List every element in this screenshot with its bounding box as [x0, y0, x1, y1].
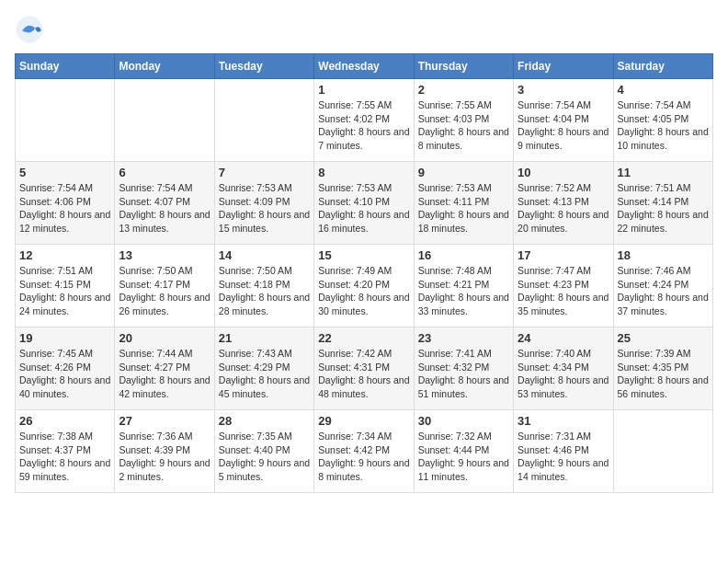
calendar-cell: 1Sunrise: 7:55 AM Sunset: 4:02 PM Daylig… — [314, 79, 414, 162]
day-info: Sunrise: 7:51 AM Sunset: 4:14 PM Dayligh… — [618, 181, 709, 236]
day-number: 12 — [19, 248, 110, 262]
day-number: 28 — [219, 414, 310, 428]
day-number: 11 — [618, 166, 709, 179]
calendar-table: SundayMondayTuesdayWednesdayThursdayFrid… — [15, 53, 713, 493]
day-info: Sunrise: 7:51 AM Sunset: 4:15 PM Dayligh… — [19, 264, 110, 318]
day-number: 26 — [19, 414, 110, 428]
calendar-cell: 24Sunrise: 7:40 AM Sunset: 4:34 PM Dayli… — [514, 327, 613, 410]
day-info: Sunrise: 7:44 AM Sunset: 4:27 PM Dayligh… — [119, 347, 210, 401]
day-number: 27 — [119, 414, 210, 428]
day-info: Sunrise: 7:50 AM Sunset: 4:18 PM Dayligh… — [219, 264, 310, 318]
day-info: Sunrise: 7:55 AM Sunset: 4:02 PM Dayligh… — [318, 98, 409, 153]
day-info: Sunrise: 7:32 AM Sunset: 4:44 PM Dayligh… — [418, 430, 509, 484]
day-number: 17 — [518, 248, 609, 262]
day-info: Sunrise: 7:31 AM Sunset: 4:46 PM Dayligh… — [518, 430, 609, 484]
day-number: 30 — [418, 414, 509, 428]
day-info: Sunrise: 7:54 AM Sunset: 4:07 PM Dayligh… — [119, 181, 210, 236]
calendar-cell: 30Sunrise: 7:32 AM Sunset: 4:44 PM Dayli… — [414, 410, 513, 493]
logo — [15, 15, 48, 44]
day-number: 21 — [219, 331, 310, 345]
day-number: 15 — [318, 248, 409, 262]
weekday-header-sunday: Sunday — [16, 54, 115, 79]
day-number: 10 — [518, 166, 609, 179]
day-number: 22 — [318, 331, 409, 345]
calendar-cell: 14Sunrise: 7:50 AM Sunset: 4:18 PM Dayli… — [214, 245, 313, 327]
day-number: 3 — [518, 83, 609, 97]
day-info: Sunrise: 7:54 AM Sunset: 4:05 PM Dayligh… — [618, 98, 709, 153]
calendar-cell: 18Sunrise: 7:46 AM Sunset: 4:24 PM Dayli… — [613, 245, 712, 327]
calendar-cell: 16Sunrise: 7:48 AM Sunset: 4:21 PM Dayli… — [414, 245, 513, 327]
day-info: Sunrise: 7:46 AM Sunset: 4:24 PM Dayligh… — [618, 264, 709, 318]
calendar-cell: 19Sunrise: 7:45 AM Sunset: 4:26 PM Dayli… — [16, 327, 115, 410]
weekday-header-saturday: Saturday — [613, 54, 712, 79]
calendar-cell: 12Sunrise: 7:51 AM Sunset: 4:15 PM Dayli… — [16, 245, 115, 327]
calendar-cell — [16, 79, 115, 162]
calendar-cell: 31Sunrise: 7:31 AM Sunset: 4:46 PM Dayli… — [514, 410, 613, 493]
calendar-cell: 26Sunrise: 7:38 AM Sunset: 4:37 PM Dayli… — [16, 410, 115, 493]
calendar-week-3: 12Sunrise: 7:51 AM Sunset: 4:15 PM Dayli… — [16, 245, 713, 327]
day-number: 8 — [318, 166, 409, 179]
calendar-cell — [613, 410, 712, 493]
day-number: 16 — [418, 248, 509, 262]
weekday-header-tuesday: Tuesday — [214, 54, 313, 79]
calendar-cell: 22Sunrise: 7:42 AM Sunset: 4:31 PM Dayli… — [314, 327, 414, 410]
day-info: Sunrise: 7:53 AM Sunset: 4:11 PM Dayligh… — [418, 181, 509, 236]
day-number: 7 — [219, 166, 310, 179]
calendar-cell: 17Sunrise: 7:47 AM Sunset: 4:23 PM Dayli… — [514, 245, 613, 327]
day-number: 13 — [119, 248, 210, 262]
day-number: 29 — [318, 414, 409, 428]
calendar-cell: 11Sunrise: 7:51 AM Sunset: 4:14 PM Dayli… — [613, 162, 712, 245]
weekday-header-wednesday: Wednesday — [314, 54, 414, 79]
calendar-cell: 25Sunrise: 7:39 AM Sunset: 4:35 PM Dayli… — [613, 327, 712, 410]
calendar-cell: 29Sunrise: 7:34 AM Sunset: 4:42 PM Dayli… — [314, 410, 414, 493]
calendar-cell: 27Sunrise: 7:36 AM Sunset: 4:39 PM Dayli… — [115, 410, 214, 493]
calendar-cell: 21Sunrise: 7:43 AM Sunset: 4:29 PM Dayli… — [214, 327, 313, 410]
day-number: 23 — [418, 331, 509, 345]
page-header — [15, 15, 713, 44]
day-info: Sunrise: 7:53 AM Sunset: 4:09 PM Dayligh… — [219, 181, 310, 236]
calendar-cell: 13Sunrise: 7:50 AM Sunset: 4:17 PM Dayli… — [115, 245, 214, 327]
day-number: 25 — [618, 331, 709, 345]
day-number: 18 — [618, 248, 709, 262]
day-info: Sunrise: 7:38 AM Sunset: 4:37 PM Dayligh… — [19, 430, 110, 484]
calendar-week-1: 1Sunrise: 7:55 AM Sunset: 4:02 PM Daylig… — [16, 79, 713, 162]
calendar-cell: 7Sunrise: 7:53 AM Sunset: 4:09 PM Daylig… — [214, 162, 313, 245]
day-number: 14 — [219, 248, 310, 262]
day-number: 1 — [318, 83, 409, 97]
day-info: Sunrise: 7:39 AM Sunset: 4:35 PM Dayligh… — [618, 347, 709, 401]
day-info: Sunrise: 7:34 AM Sunset: 4:42 PM Dayligh… — [318, 430, 409, 484]
day-info: Sunrise: 7:45 AM Sunset: 4:26 PM Dayligh… — [19, 347, 110, 401]
day-info: Sunrise: 7:55 AM Sunset: 4:03 PM Dayligh… — [418, 98, 509, 153]
day-number: 31 — [518, 414, 609, 428]
weekday-header-monday: Monday — [115, 54, 214, 79]
day-info: Sunrise: 7:49 AM Sunset: 4:20 PM Dayligh… — [318, 264, 409, 318]
logo-icon — [15, 15, 44, 44]
day-info: Sunrise: 7:52 AM Sunset: 4:13 PM Dayligh… — [518, 181, 609, 236]
day-info: Sunrise: 7:54 AM Sunset: 4:06 PM Dayligh… — [19, 181, 110, 236]
calendar-cell: 10Sunrise: 7:52 AM Sunset: 4:13 PM Dayli… — [514, 162, 613, 245]
day-info: Sunrise: 7:48 AM Sunset: 4:21 PM Dayligh… — [418, 264, 509, 318]
day-number: 6 — [119, 166, 210, 179]
calendar-cell: 28Sunrise: 7:35 AM Sunset: 4:40 PM Dayli… — [214, 410, 313, 493]
day-number: 9 — [418, 166, 509, 179]
day-number: 5 — [19, 166, 110, 179]
day-info: Sunrise: 7:47 AM Sunset: 4:23 PM Dayligh… — [518, 264, 609, 318]
day-info: Sunrise: 7:40 AM Sunset: 4:34 PM Dayligh… — [518, 347, 609, 401]
calendar-cell: 2Sunrise: 7:55 AM Sunset: 4:03 PM Daylig… — [414, 79, 513, 162]
calendar-week-2: 5Sunrise: 7:54 AM Sunset: 4:06 PM Daylig… — [16, 162, 713, 245]
day-info: Sunrise: 7:43 AM Sunset: 4:29 PM Dayligh… — [219, 347, 310, 401]
calendar-cell: 8Sunrise: 7:53 AM Sunset: 4:10 PM Daylig… — [314, 162, 414, 245]
calendar-week-4: 19Sunrise: 7:45 AM Sunset: 4:26 PM Dayli… — [16, 327, 713, 410]
calendar-cell: 9Sunrise: 7:53 AM Sunset: 4:11 PM Daylig… — [414, 162, 513, 245]
day-number: 19 — [19, 331, 110, 345]
day-info: Sunrise: 7:50 AM Sunset: 4:17 PM Dayligh… — [119, 264, 210, 318]
day-info: Sunrise: 7:42 AM Sunset: 4:31 PM Dayligh… — [318, 347, 409, 401]
calendar-cell: 23Sunrise: 7:41 AM Sunset: 4:32 PM Dayli… — [414, 327, 513, 410]
day-info: Sunrise: 7:54 AM Sunset: 4:04 PM Dayligh… — [518, 98, 609, 153]
calendar-cell: 5Sunrise: 7:54 AM Sunset: 4:06 PM Daylig… — [16, 162, 115, 245]
calendar-cell — [115, 79, 214, 162]
day-number: 4 — [618, 83, 709, 97]
calendar-cell: 3Sunrise: 7:54 AM Sunset: 4:04 PM Daylig… — [514, 79, 613, 162]
day-number: 2 — [418, 83, 509, 97]
weekday-header-row: SundayMondayTuesdayWednesdayThursdayFrid… — [16, 54, 713, 79]
